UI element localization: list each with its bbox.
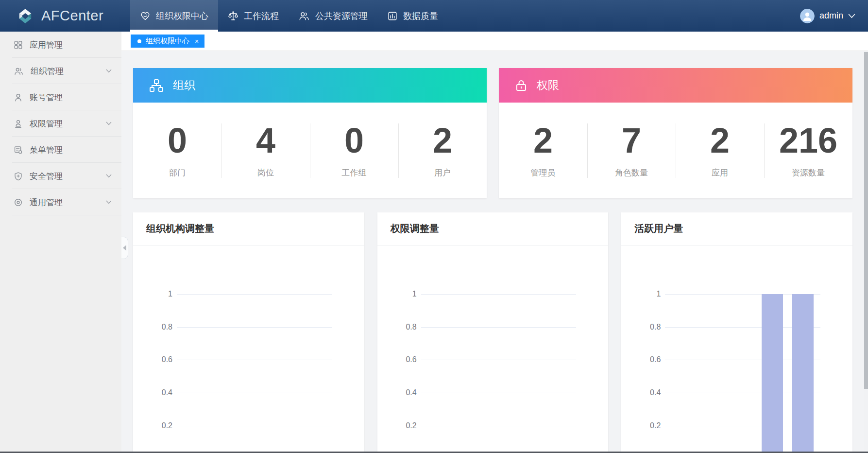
- y-tick-label: 0.8: [377, 323, 417, 331]
- chevron-down-icon[interactable]: [106, 174, 112, 178]
- sidebar-item-general-management[interactable]: 通用管理: [0, 189, 121, 215]
- chart-title: 组织机构调整量: [133, 212, 364, 245]
- stat-apps: 2 应用: [676, 123, 764, 178]
- gridline: [177, 294, 332, 295]
- grid-icon: [14, 40, 23, 50]
- stat-value: 2: [499, 123, 587, 158]
- stat-value: 0: [133, 123, 221, 158]
- y-tick-label: 1: [377, 290, 417, 298]
- scrollbar-thumb[interactable]: [864, 52, 868, 389]
- brand[interactable]: AFCenter: [0, 0, 121, 32]
- charts-row: 组织机构调整量 1 0.8 0.6 0.4 0.2 权限调整量 1: [133, 212, 852, 453]
- stat-positions: 4 岗位: [221, 123, 310, 178]
- sidebar-item-permission-management[interactable]: 权限管理: [0, 110, 121, 137]
- chevron-down-icon[interactable]: [106, 69, 112, 73]
- stat-label: 部门: [133, 167, 221, 178]
- gridline: [421, 327, 577, 328]
- tab-strip: 组织权限中心 ×: [121, 32, 868, 51]
- user-menu: admin: [800, 0, 868, 32]
- shield-plus-icon: [14, 172, 23, 181]
- y-tick-label: 0.4: [377, 388, 417, 397]
- sidebar-item-label: 账号管理: [30, 92, 63, 103]
- scale-icon: [228, 11, 238, 21]
- disc-icon: [14, 198, 23, 207]
- y-tick-label: 0.4: [133, 388, 172, 397]
- y-tick-label: 0.6: [621, 355, 661, 364]
- sidebar-item-label: 菜单管理: [30, 144, 63, 156]
- sidebar-item-app-management[interactable]: 应用管理: [0, 32, 121, 58]
- stat-label: 角色数量: [587, 167, 676, 178]
- y-tick-label: 0.6: [133, 355, 172, 364]
- stat-value: 2: [676, 123, 764, 158]
- stat-value: 2: [398, 123, 487, 158]
- afcenter-logo-icon: [15, 6, 35, 26]
- permission-adjustment-chart-card: 权限调整量 1 0.8 0.6 0.4 0.2: [377, 212, 609, 453]
- stat-departments: 0 部门: [133, 123, 221, 178]
- tab-active-dot: [137, 39, 141, 43]
- y-tick-label: 0.4: [621, 388, 661, 397]
- y-tick-label: 0.8: [621, 323, 661, 331]
- gridline: [421, 360, 577, 360]
- nav-item-label: 组织权限中心: [156, 10, 208, 22]
- stat-label: 工作组: [310, 167, 398, 178]
- stat-card-title: 组织: [173, 78, 195, 93]
- nav-item-org-permission-center[interactable]: 组织权限中心: [130, 0, 218, 32]
- permission-card-stats: 2 管理员 7 角色数量 2 应用: [499, 103, 852, 198]
- sidebar-item-org-management[interactable]: 组织管理: [0, 58, 121, 84]
- y-tick-label: 0.8: [133, 323, 172, 331]
- vertical-scrollbar[interactable]: [864, 51, 868, 453]
- permission-stat-card: 权限 2 管理员 7 角色数量 2: [499, 68, 852, 198]
- nav-item-label: 公共资源管理: [315, 10, 368, 22]
- stat-value: 0: [310, 123, 398, 158]
- active-users-chart-card: 活跃用户量 1 0.8 0.6 0.4 0.2: [621, 212, 852, 453]
- user-avatar-icon: [800, 9, 815, 23]
- tab-close-icon[interactable]: ×: [195, 37, 199, 45]
- chevron-down-icon[interactable]: [106, 200, 112, 204]
- sidebar-collapse-handle[interactable]: [121, 237, 128, 259]
- chart-title: 活跃用户量: [621, 212, 852, 245]
- tab-label: 组织权限中心: [146, 36, 189, 46]
- org-stat-card: 组织 0 部门 4 岗位 0: [133, 68, 487, 198]
- brand-name: AFCenter: [41, 8, 103, 24]
- sidebar-item-label: 应用管理: [30, 39, 63, 51]
- user-menu-chevron-down-icon[interactable]: [848, 14, 855, 18]
- avatar[interactable]: [800, 9, 815, 23]
- gridline: [177, 360, 332, 360]
- username[interactable]: admin: [819, 11, 843, 21]
- stat-label: 用户: [398, 167, 487, 178]
- sidebar-item-menu-management[interactable]: 菜单管理: [0, 137, 121, 163]
- org-adjustment-chart-card: 组织机构调整量 1 0.8 0.6 0.4 0.2: [133, 212, 364, 453]
- y-tick-label: 1: [621, 290, 661, 298]
- stat-label: 岗位: [221, 167, 310, 178]
- y-tick-label: 0.2: [377, 421, 417, 430]
- nav-item-data-quality[interactable]: 数据质量: [377, 0, 448, 32]
- gridline: [177, 327, 332, 328]
- y-tick-label: 0.6: [377, 355, 417, 364]
- gridline: [421, 426, 577, 426]
- permission-card-header: 权限: [499, 68, 852, 103]
- stat-label: 应用: [676, 167, 764, 178]
- nav-item-public-resources[interactable]: 公共资源管理: [289, 0, 377, 32]
- sidebar-item-security-management[interactable]: 安全管理: [0, 163, 121, 189]
- nav-item-workflow[interactable]: 工作流程: [218, 0, 289, 32]
- active-users-chart: 1 0.8 0.6 0.4 0.2: [621, 245, 852, 453]
- stat-value: 7: [587, 123, 676, 158]
- user-icon: [14, 93, 23, 102]
- sidebar-item-account-management[interactable]: 账号管理: [0, 84, 121, 110]
- stat-workgroups: 0 工作组: [310, 123, 398, 178]
- bar-active-users-1: [762, 294, 783, 453]
- org-card-stats: 0 部门 4 岗位 0 工作组: [133, 103, 487, 198]
- stat-value: 4: [221, 123, 310, 158]
- chart-square-icon: [387, 11, 398, 21]
- stat-resources: 216 资源数量: [764, 123, 852, 178]
- collapse-arrow-left-icon: [123, 245, 126, 251]
- nav-item-label: 工作流程: [244, 10, 279, 22]
- app-window: AFCenter 组织权限中心: [0, 0, 868, 453]
- gridline: [177, 426, 332, 426]
- lock-icon: [515, 79, 528, 92]
- sidebar-item-label: 通用管理: [30, 197, 63, 208]
- chevron-down-icon[interactable]: [106, 122, 112, 125]
- stat-label: 资源数量: [764, 167, 852, 178]
- tab-org-permission-center[interactable]: 组织权限中心 ×: [131, 35, 204, 48]
- user-badge-icon: [14, 119, 23, 128]
